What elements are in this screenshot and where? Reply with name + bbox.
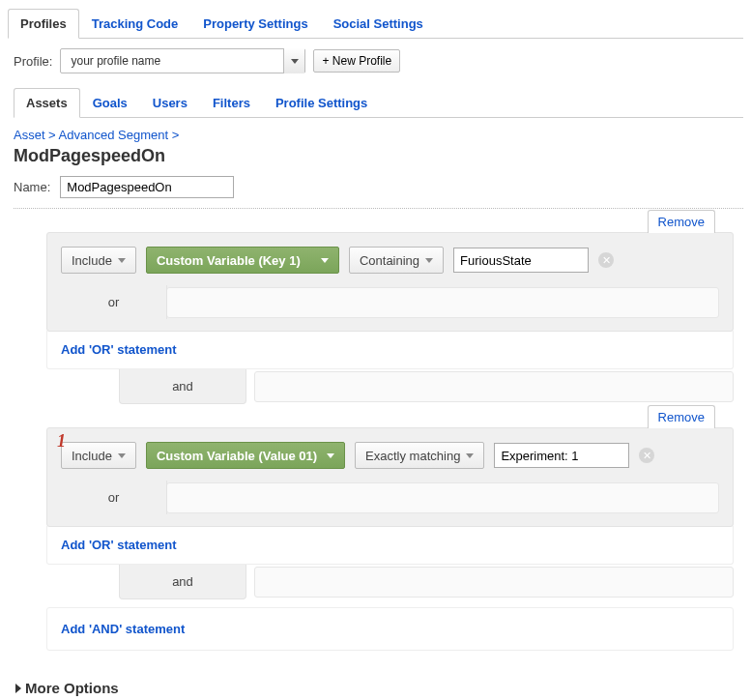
chevron-down-icon	[327, 453, 334, 458]
or-strip	[166, 287, 719, 318]
breadcrumb[interactable]: Asset > Advanced Segment >	[14, 128, 743, 142]
tab-profiles[interactable]: Profiles	[8, 9, 79, 39]
more-options-toggle[interactable]: More Options	[15, 680, 743, 696]
and-row: and	[46, 369, 734, 404]
remove-rule-button[interactable]: Remove	[648, 210, 715, 233]
tab-profile-settings[interactable]: Profile Settings	[263, 88, 380, 118]
variable-dropdown-label: Custom Variable (Key 1)	[157, 253, 301, 268]
value-input[interactable]	[453, 248, 589, 273]
profile-label: Profile:	[14, 54, 52, 69]
or-label: or	[61, 285, 167, 319]
and-row: and	[46, 565, 734, 599]
add-or-button[interactable]: Add 'OR' statement	[46, 331, 734, 369]
segment-builder: Remove Include Custom Variable (Key 1) C…	[46, 232, 734, 651]
value-input[interactable]	[494, 443, 629, 468]
and-strip	[254, 567, 734, 598]
name-row: Name:	[14, 176, 743, 198]
chevron-down-icon	[321, 258, 329, 263]
tab-users[interactable]: Users	[140, 88, 200, 118]
or-label: or	[61, 481, 167, 514]
and-label: and	[119, 565, 246, 599]
profile-select[interactable]: your profile name	[60, 48, 305, 73]
or-row: or	[47, 285, 733, 331]
add-or-button[interactable]: Add 'OR' statement	[46, 526, 734, 565]
sub-tabs: Assets Goals Users Filters Profile Setti…	[14, 87, 743, 118]
or-strip	[166, 482, 719, 513]
chevron-down-icon	[466, 453, 474, 458]
segment-name-input[interactable]	[60, 176, 234, 198]
chevron-down-icon	[118, 453, 126, 458]
tab-tracking-code[interactable]: Tracking Code	[79, 9, 191, 39]
variable-dropdown[interactable]: Custom Variable (Value 01)	[146, 442, 345, 469]
rule-row: Include Custom Variable (Key 1) Containi…	[47, 233, 733, 285]
match-dropdown[interactable]: Containing	[349, 247, 444, 274]
remove-condition-icon[interactable]: ✕	[639, 448, 654, 463]
remove-condition-icon[interactable]: ✕	[598, 252, 614, 268]
profile-select-toggle[interactable]	[283, 48, 304, 73]
chevron-down-icon	[118, 258, 126, 263]
tab-assets[interactable]: Assets	[14, 88, 80, 118]
chevron-down-icon	[291, 59, 299, 64]
more-options-label: More Options	[25, 680, 119, 696]
tab-social-settings[interactable]: Social Settings	[321, 9, 436, 39]
include-dropdown-label: Include	[72, 449, 112, 463]
profile-select-value: your profile name	[61, 54, 283, 68]
add-and-button[interactable]: Add 'AND' statement	[46, 607, 734, 651]
include-dropdown[interactable]: Include	[61, 442, 136, 469]
top-tabs: Profiles Tracking Code Property Settings…	[8, 8, 743, 39]
rule-row: Include Custom Variable (Value 01) Exact…	[47, 428, 733, 481]
profile-row: Profile: your profile name + New Profile	[14, 48, 743, 73]
tab-filters[interactable]: Filters	[200, 88, 263, 118]
tab-property-settings[interactable]: Property Settings	[190, 9, 320, 39]
rule-block-1: Remove Include Custom Variable (Key 1) C…	[46, 232, 734, 332]
include-dropdown[interactable]: Include	[61, 247, 136, 274]
and-strip	[254, 371, 734, 402]
and-label: and	[119, 369, 246, 404]
chevron-right-icon	[15, 684, 21, 693]
name-label: Name:	[14, 180, 50, 194]
divider	[14, 208, 743, 209]
chevron-down-icon	[425, 258, 433, 263]
new-profile-button[interactable]: + New Profile	[313, 49, 400, 73]
or-row: or	[47, 481, 733, 526]
include-dropdown-label: Include	[72, 253, 112, 268]
match-dropdown-label: Containing	[360, 253, 419, 268]
variable-dropdown[interactable]: Custom Variable (Key 1)	[146, 247, 339, 274]
rule-block-2: Remove Include Custom Variable (Value 01…	[46, 427, 734, 527]
remove-rule-button[interactable]: Remove	[648, 405, 715, 428]
match-dropdown[interactable]: Exactly matching	[355, 442, 484, 469]
tab-goals[interactable]: Goals	[80, 88, 140, 118]
variable-dropdown-label: Custom Variable (Value 01)	[157, 449, 317, 463]
match-dropdown-label: Exactly matching	[365, 449, 460, 463]
page-title: ModPagespeedOn	[14, 146, 743, 166]
annotation-1: 1	[57, 431, 66, 452]
